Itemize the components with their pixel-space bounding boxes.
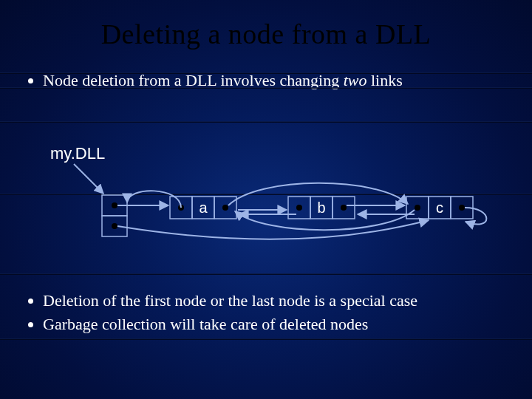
svg-point-3	[112, 223, 117, 229]
svg-point-13	[341, 205, 347, 211]
node-a-label: a	[199, 200, 208, 216]
svg-point-12	[296, 205, 302, 211]
svg-point-8	[222, 205, 228, 211]
node-a: a	[170, 197, 236, 219]
link-c-next	[465, 208, 486, 224]
bullet-item: Deletion of the first node or the last n…	[43, 291, 510, 310]
svg-point-17	[415, 205, 420, 211]
node-b: b	[288, 197, 355, 219]
node-c-label: c	[436, 200, 443, 216]
svg-point-2	[112, 202, 117, 208]
dll-diagram: a b c	[0, 0, 532, 399]
svg-point-18	[459, 205, 465, 211]
bullet-list-bottom: Deletion of the first node or the last n…	[0, 287, 532, 338]
mydll-pointer	[74, 164, 103, 194]
node-c: c	[406, 197, 473, 219]
bullet-item: Garbage collection will take care of del…	[43, 315, 510, 334]
node-b-label: b	[317, 200, 325, 216]
head-node	[102, 195, 127, 236]
link-head-to-c	[117, 220, 429, 239]
